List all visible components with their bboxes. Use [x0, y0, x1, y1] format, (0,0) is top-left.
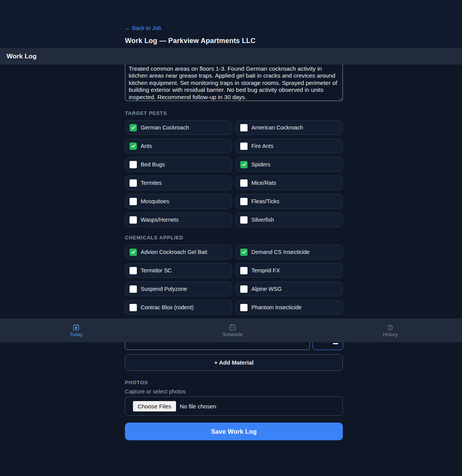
checkbox-unchecked-icon[interactable] [240, 143, 248, 150]
pest-checkbox-tile[interactable]: Termites [125, 176, 232, 190]
checkbox-unchecked-icon[interactable] [130, 304, 137, 311]
page-title: Work Log — Parkview Apartments LLC [125, 37, 256, 45]
checkbox-unchecked-icon[interactable] [240, 198, 248, 205]
photos-hint: Capture or select photos [125, 388, 186, 395]
checkbox-unchecked-icon[interactable] [130, 179, 137, 187]
page-header: ← Back to Job Work Log — Parkview Apartm… [0, 0, 462, 48]
chemical-checkbox-label: Contrac Blox (rodent) [141, 304, 194, 310]
pest-checkbox-tile[interactable]: Spiders [236, 157, 343, 172]
chemical-checkbox-label: Suspend Polyzone [141, 286, 187, 292]
checkbox-unchecked-icon[interactable] [130, 161, 137, 168]
chemicals-section-label: CHEMICALS APPLIED [125, 235, 183, 240]
checkbox-unchecked-icon[interactable] [130, 267, 137, 274]
chemical-checkbox-tile[interactable]: Temprid FX [236, 263, 343, 278]
bottom-nav: TodayScheduleHistory [0, 318, 462, 342]
nav-item-today[interactable]: Today [53, 318, 99, 342]
photos-section-label: PHOTOS [125, 380, 148, 385]
target-pests-grid: German CockroachAmerican CockroachAntsFi… [125, 120, 343, 227]
pest-checkbox-tile[interactable]: Mosquitoes [125, 194, 232, 209]
chemical-checkbox-label: Alpine WSG [251, 286, 282, 292]
pest-checkbox-tile[interactable]: Bed Bugs [125, 157, 232, 172]
chemical-checkbox-label: Temprid FX [251, 267, 280, 274]
chemical-checkbox-tile[interactable]: Termidor SC [125, 263, 232, 278]
chemical-checkbox-label: Advion Cockroach Gel Bait [141, 249, 207, 255]
photos-upload-box [125, 396, 343, 416]
chemical-checkbox-tile[interactable]: Suspend Polyzone [125, 282, 232, 296]
checkbox-unchecked-icon[interactable] [130, 198, 137, 205]
chemical-checkbox-label: Phantom Insecticide [251, 304, 302, 310]
checkbox-unchecked-icon[interactable] [240, 304, 248, 311]
photo-file-input[interactable] [133, 401, 242, 411]
pest-checkbox-tile[interactable]: Fire Ants [236, 139, 343, 153]
save-work-log-button[interactable]: Save Work Log [125, 423, 343, 440]
pest-checkbox-tile[interactable]: German Cockroach [125, 120, 232, 135]
checkbox-checked-icon[interactable] [130, 143, 137, 150]
pest-checkbox-label: Mosquitoes [141, 198, 169, 204]
pest-checkbox-label: American Cockroach [251, 124, 303, 131]
nav-item-label: Schedule [223, 332, 243, 337]
checkbox-checked-icon[interactable] [130, 249, 137, 256]
chemical-checkbox-tile[interactable]: Alpine WSG [236, 282, 343, 296]
checkbox-checked-icon[interactable] [240, 161, 248, 168]
nav-item-history[interactable]: History [367, 318, 413, 342]
add-material-button[interactable]: + Add Material [125, 354, 343, 371]
calendar-today-icon [73, 324, 80, 331]
pest-checkbox-tile[interactable]: Silverfish [236, 212, 343, 227]
history-clock-icon [387, 324, 394, 331]
pest-checkbox-label: Mice/Rats [251, 180, 276, 186]
nav-item-label: History [383, 332, 398, 337]
pest-checkbox-label: Wasps/Hornets [141, 217, 179, 223]
checkbox-unchecked-icon[interactable] [240, 285, 248, 293]
checkbox-checked-icon[interactable] [240, 249, 248, 256]
chemical-checkbox-tile[interactable]: Advion Cockroach Gel Bait [125, 245, 232, 259]
pest-checkbox-label: Spiders [251, 161, 270, 168]
checkbox-unchecked-icon[interactable] [130, 285, 137, 293]
checkbox-unchecked-icon[interactable] [240, 179, 248, 187]
pest-checkbox-label: Bed Bugs [141, 161, 165, 168]
pest-checkbox-label: Termites [141, 180, 162, 186]
back-to-job-link[interactable]: ← Back to Job [125, 25, 161, 31]
pest-checkbox-tile[interactable]: Ants [125, 139, 232, 153]
nav-item-label: Today [70, 332, 82, 337]
pest-checkbox-tile[interactable]: American Cockroach [236, 120, 343, 135]
minus-icon [333, 343, 338, 344]
pest-checkbox-label: German Cockroach [141, 124, 189, 131]
target-pests-section-label: TARGET PESTS [125, 110, 167, 116]
checkbox-unchecked-icon[interactable] [240, 216, 248, 224]
chemical-checkbox-label: Demand CS Insecticide [251, 249, 310, 255]
chemical-checkbox-tile[interactable]: Phantom Insecticide [236, 300, 343, 315]
pest-checkbox-label: Fire Ants [251, 143, 273, 149]
chemical-checkbox-tile[interactable]: Demand CS Insecticide [236, 245, 343, 259]
work-log-screen: ← Back to Job Work Log — Parkview Apartm… [0, 0, 462, 476]
sticky-appbar: Work Log [0, 48, 462, 65]
chemical-checkbox-tile[interactable]: Contrac Blox (rodent) [125, 300, 232, 315]
pest-checkbox-tile[interactable]: Wasps/Hornets [125, 212, 232, 227]
pest-checkbox-label: Silverfish [251, 217, 274, 223]
pest-checkbox-label: Ants [141, 143, 152, 149]
pest-checkbox-label: Fleas/Ticks [251, 198, 279, 204]
appbar-title: Work Log [7, 53, 37, 60]
nav-item-schedule[interactable]: Schedule [209, 318, 256, 342]
chemicals-grid: Advion Cockroach Gel BaitDemand CS Insec… [125, 245, 343, 315]
work-notes-textarea[interactable]: Treated common areas on floors 1-3. Foun… [125, 61, 343, 101]
checkbox-unchecked-icon[interactable] [240, 267, 248, 274]
checkbox-checked-icon[interactable] [130, 124, 137, 131]
chemical-checkbox-label: Termidor SC [141, 267, 172, 274]
calendar-dots-icon [229, 324, 236, 331]
checkbox-unchecked-icon[interactable] [240, 124, 248, 131]
checkbox-unchecked-icon[interactable] [130, 216, 137, 224]
pest-checkbox-tile[interactable]: Mice/Rats [236, 176, 343, 190]
pest-checkbox-tile[interactable]: Fleas/Ticks [236, 194, 343, 209]
